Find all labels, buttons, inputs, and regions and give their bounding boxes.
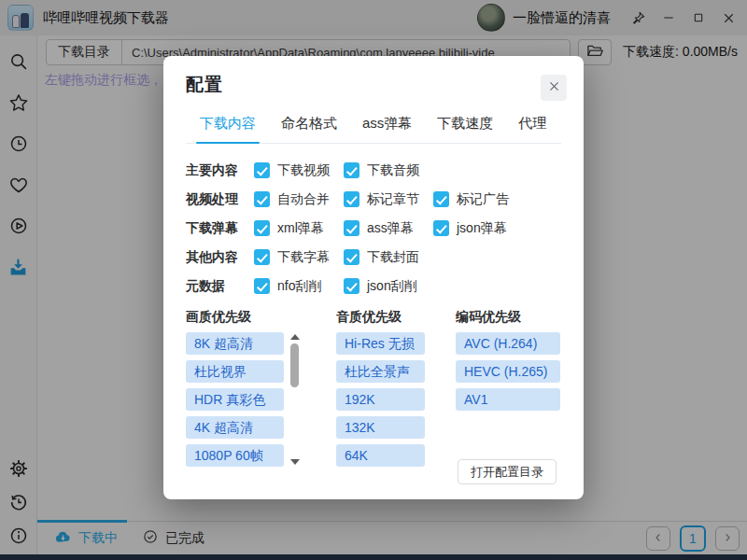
checked-checkbox-icon [254,191,270,207]
checked-checkbox-icon [344,278,359,294]
video-quality-priority-column: 画质优先级 8K 超高清 杜比视界 HDR 真彩色 4K 超高清 1080P 6… [186,309,302,472]
row-download-danmaku: 下载弹幕 xml弹幕 ass弹幕 json弹幕 [186,214,561,243]
close-icon [547,79,561,97]
priority-item[interactable]: AV1 [456,388,560,411]
dialog-tabs: 下载内容 命名格式 ass弹幕 下载速度 代理 [186,115,561,144]
tab-naming-format[interactable]: 命名格式 [281,115,337,143]
priority-item[interactable]: 4K 超高清 [186,416,284,439]
dialog-title: 配置 [186,73,223,97]
row-label: 主要内容 [186,162,254,179]
audio-quality-priority-column: 音质优先级 Hi-Res 无损 杜比全景声 192K 132K 64K [336,309,425,472]
checked-checkbox-icon [433,220,449,236]
row-label: 视频处理 [186,191,254,208]
checked-checkbox-icon [344,220,359,236]
checked-checkbox-icon [344,249,359,265]
checked-checkbox-icon [254,278,270,294]
checkbox-json-scrape[interactable]: json刮削 [344,278,433,295]
checked-checkbox-icon [254,220,270,236]
scrollbar-thumb[interactable] [290,343,299,387]
row-label: 其他内容 [186,249,254,266]
checkbox-download-cover[interactable]: 下载封面 [344,249,433,266]
row-other-content: 其他内容 下载字幕 下载封面 [186,243,561,272]
priority-item[interactable]: HDR 真彩色 [186,388,284,411]
tab-ass-danmaku[interactable]: ass弹幕 [362,115,412,143]
column-title: 编码优先级 [456,309,560,326]
scrollbar[interactable] [288,332,302,467]
tab-download-content[interactable]: 下载内容 [200,115,256,143]
priority-item[interactable]: 1080P 60帧 [186,444,284,467]
audio-quality-list: Hi-Res 无损 杜比全景声 192K 132K 64K [336,332,425,467]
row-label: 下载弹幕 [186,220,254,237]
tab-download-speed[interactable]: 下载速度 [437,115,493,143]
checked-checkbox-icon [254,249,270,265]
column-title: 画质优先级 [186,309,302,326]
checkbox-download-audio[interactable]: 下载音频 [344,162,433,179]
row-label: 元数据 [186,278,254,295]
checkbox-json-danmaku[interactable]: json弹幕 [433,220,523,237]
priority-item[interactable]: Hi-Res 无损 [336,332,425,355]
video-quality-list: 8K 超高清 杜比视界 HDR 真彩色 4K 超高清 1080P 60帧 [186,332,284,472]
row-main-content: 主要内容 下载视频 下载音频 [186,156,561,185]
priority-item[interactable]: 杜比全景声 [336,360,425,383]
checkbox-auto-merge[interactable]: 自动合并 [254,191,344,208]
priority-section: 画质优先级 8K 超高清 杜比视界 HDR 真彩色 4K 超高清 1080P 6… [186,309,561,472]
checkbox-mark-ads[interactable]: 标记广告 [433,191,523,208]
config-dialog: 配置 下载内容 命名格式 ass弹幕 下载速度 代理 主要内容 下载视频 [163,56,584,499]
priority-item[interactable]: 64K [336,444,425,467]
config-rows: 主要内容 下载视频 下载音频 视频处理 自动合并 标记章节 [186,156,561,301]
dialog-close-button[interactable] [541,75,567,101]
priority-item[interactable]: AVC (H.264) [456,332,560,355]
codec-list: AVC (H.264) HEVC (H.265) AV1 [456,332,560,411]
scroll-down-icon[interactable] [290,459,300,465]
row-metadata: 元数据 nfo刮削 json刮削 [186,272,561,301]
priority-item[interactable]: 192K [336,388,425,411]
checkbox-mark-chapters[interactable]: 标记章节 [344,191,433,208]
checkbox-download-video[interactable]: 下载视频 [254,162,344,179]
row-video-processing: 视频处理 自动合并 标记章节 标记广告 [186,185,561,214]
checked-checkbox-icon [433,191,449,207]
checkbox-download-subtitles[interactable]: 下载字幕 [254,249,344,266]
codec-priority-column: 编码优先级 AVC (H.264) HEVC (H.265) AV1 [456,309,560,472]
priority-item[interactable]: 8K 超高清 [186,332,284,355]
checkbox-nfo-scrape[interactable]: nfo刮削 [254,278,344,295]
app-window: 哔哩哔哩视频下载器 一脸懵逼的清喜 [0,0,747,560]
checkbox-ass-danmaku[interactable]: ass弹幕 [344,220,433,237]
priority-item[interactable]: HEVC (H.265) [456,360,560,383]
priority-item[interactable]: 杜比视界 [186,360,284,383]
checked-checkbox-icon [254,162,270,178]
checkbox-xml-danmaku[interactable]: xml弹幕 [254,220,344,237]
tab-proxy[interactable]: 代理 [518,115,546,143]
priority-item[interactable]: 132K [336,416,425,439]
open-config-dir-button[interactable]: 打开配置目录 [458,459,557,484]
checked-checkbox-icon [344,162,359,178]
checked-checkbox-icon [344,191,359,207]
scroll-up-icon[interactable] [290,334,300,340]
column-title: 音质优先级 [336,309,425,326]
